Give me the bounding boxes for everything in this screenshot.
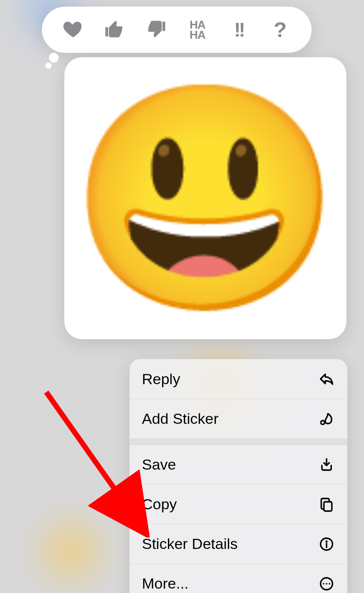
thumbs-up-icon — [104, 18, 126, 42]
reaction-exclaim[interactable]: !! — [223, 15, 254, 45]
menu-label: More... — [142, 575, 189, 592]
heart-icon — [62, 18, 84, 42]
menu-item-add-sticker[interactable]: Add Sticker — [130, 399, 347, 438]
svg-line-8 — [46, 392, 138, 522]
svg-point-7 — [329, 583, 331, 585]
sticker-emoji: 😃 — [68, 88, 343, 308]
menu-item-copy[interactable]: Copy — [130, 484, 347, 524]
copy-icon — [318, 496, 335, 513]
reaction-thumbs-up[interactable] — [99, 15, 130, 45]
menu-item-reply[interactable]: Reply — [130, 359, 347, 399]
menu-label: Copy — [142, 496, 177, 513]
haha-text-bottom: HA — [189, 30, 205, 40]
menu-label: Reply — [142, 371, 180, 388]
menu-item-more[interactable]: More... — [130, 563, 347, 593]
reaction-haha[interactable]: HA HA — [182, 15, 213, 45]
sticker-preview[interactable]: 😃 — [64, 57, 346, 339]
reaction-question[interactable]: ? — [265, 15, 296, 45]
add-sticker-icon — [318, 411, 335, 427]
exclaim-icon: !! — [234, 19, 243, 41]
menu-item-sticker-details[interactable]: Sticker Details — [130, 524, 347, 563]
svg-point-3 — [326, 541, 327, 542]
menu-label: Add Sticker — [142, 410, 219, 427]
svg-point-6 — [326, 583, 327, 585]
info-icon — [318, 536, 335, 552]
svg-rect-1 — [324, 502, 332, 511]
question-icon: ? — [274, 18, 286, 42]
menu-label: Sticker Details — [142, 535, 238, 552]
thumbs-down-icon — [145, 18, 167, 42]
menu-item-save[interactable]: Save — [130, 445, 347, 484]
more-icon — [318, 575, 335, 592]
reaction-picker: HA HA !! ? — [42, 7, 312, 53]
reaction-heart[interactable] — [58, 15, 89, 45]
svg-point-5 — [323, 583, 324, 585]
save-icon — [318, 456, 335, 473]
background-blur — [44, 524, 97, 577]
menu-label: Save — [142, 456, 176, 473]
reaction-thumbs-down[interactable] — [141, 15, 171, 45]
menu-divider — [130, 438, 347, 445]
context-menu: Reply Add Sticker Save Copy Sticker Deta… — [130, 359, 347, 593]
haha-icon: HA HA — [189, 20, 205, 39]
reply-icon — [318, 371, 335, 387]
